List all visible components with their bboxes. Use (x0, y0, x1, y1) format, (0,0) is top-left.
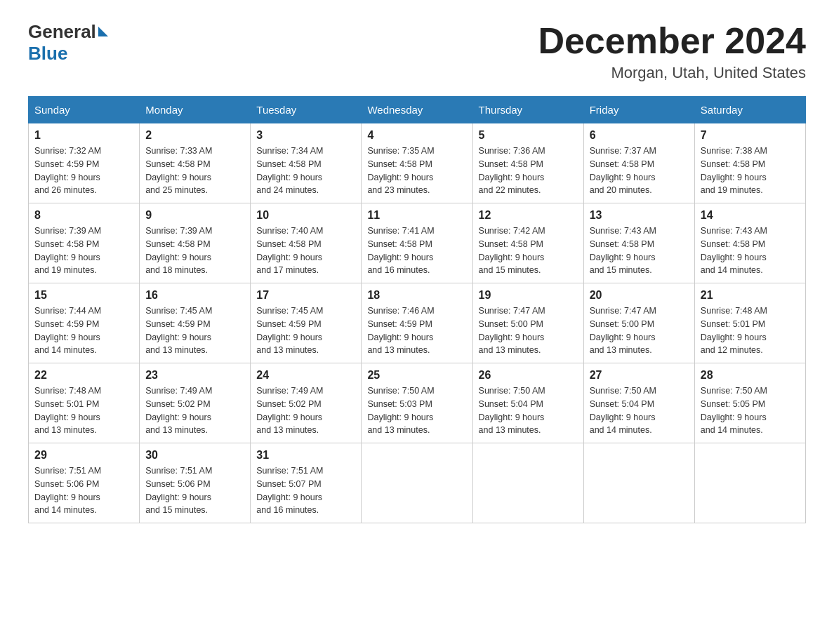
day-info: Sunrise: 7:37 AM Sunset: 4:58 PM Dayligh… (590, 145, 689, 197)
day-number: 27 (590, 369, 689, 382)
day-number: 31 (256, 449, 355, 462)
calendar-week-3: 15 Sunrise: 7:44 AM Sunset: 4:59 PM Dayl… (29, 283, 806, 363)
day-number: 20 (590, 289, 689, 302)
calendar-cell (362, 443, 472, 523)
day-info: Sunrise: 7:51 AM Sunset: 5:06 PM Dayligh… (34, 464, 133, 517)
day-number: 5 (479, 129, 578, 142)
calendar-subtitle: Morgan, Utah, United States (538, 64, 806, 82)
weekday-header-row: SundayMondayTuesdayWednesdayThursdayFrid… (29, 97, 806, 123)
day-info: Sunrise: 7:44 AM Sunset: 4:59 PM Dayligh… (34, 304, 133, 357)
day-number: 19 (479, 289, 578, 302)
day-info: Sunrise: 7:48 AM Sunset: 5:01 PM Dayligh… (701, 304, 800, 357)
calendar-cell (583, 443, 694, 523)
day-info: Sunrise: 7:47 AM Sunset: 5:00 PM Dayligh… (590, 304, 689, 357)
day-info: Sunrise: 7:46 AM Sunset: 4:59 PM Dayligh… (367, 304, 466, 357)
calendar-cell: 2 Sunrise: 7:33 AM Sunset: 4:58 PM Dayli… (140, 123, 251, 203)
calendar-cell: 20 Sunrise: 7:47 AM Sunset: 5:00 PM Dayl… (583, 283, 694, 363)
day-number: 1 (34, 129, 133, 142)
calendar-cell: 14 Sunrise: 7:43 AM Sunset: 4:58 PM Dayl… (694, 203, 805, 283)
calendar-cell: 21 Sunrise: 7:48 AM Sunset: 5:01 PM Dayl… (694, 283, 805, 363)
day-info: Sunrise: 7:50 AM Sunset: 5:04 PM Dayligh… (479, 384, 578, 437)
day-info: Sunrise: 7:42 AM Sunset: 4:58 PM Dayligh… (479, 224, 578, 277)
calendar-table: SundayMondayTuesdayWednesdayThursdayFrid… (28, 96, 806, 523)
calendar-cell: 1 Sunrise: 7:32 AM Sunset: 4:59 PM Dayli… (29, 123, 140, 203)
calendar-title: December 2024 (538, 21, 806, 61)
day-number: 22 (34, 369, 133, 382)
calendar-cell: 24 Sunrise: 7:49 AM Sunset: 5:02 PM Dayl… (251, 363, 362, 443)
day-info: Sunrise: 7:45 AM Sunset: 4:59 PM Dayligh… (256, 304, 355, 357)
day-number: 23 (145, 369, 244, 382)
day-number: 15 (34, 289, 133, 302)
calendar-week-4: 22 Sunrise: 7:48 AM Sunset: 5:01 PM Dayl… (29, 363, 806, 443)
weekday-header-saturday: Saturday (694, 97, 805, 123)
weekday-header-monday: Monday (140, 97, 251, 123)
day-number: 21 (701, 289, 800, 302)
calendar-cell: 7 Sunrise: 7:38 AM Sunset: 4:58 PM Dayli… (694, 123, 805, 203)
calendar-cell: 25 Sunrise: 7:50 AM Sunset: 5:03 PM Dayl… (362, 363, 472, 443)
day-number: 26 (479, 369, 578, 382)
header: General Blue December 2024 Morgan, Utah,… (28, 21, 806, 82)
day-info: Sunrise: 7:49 AM Sunset: 5:02 PM Dayligh… (145, 384, 244, 437)
day-number: 28 (701, 369, 800, 382)
day-number: 6 (590, 129, 689, 142)
calendar-cell: 10 Sunrise: 7:40 AM Sunset: 4:58 PM Dayl… (251, 203, 362, 283)
weekday-header-wednesday: Wednesday (362, 97, 472, 123)
calendar-cell: 26 Sunrise: 7:50 AM Sunset: 5:04 PM Dayl… (472, 363, 583, 443)
day-info: Sunrise: 7:34 AM Sunset: 4:58 PM Dayligh… (256, 145, 355, 197)
day-info: Sunrise: 7:33 AM Sunset: 4:58 PM Dayligh… (145, 145, 244, 197)
calendar-cell: 4 Sunrise: 7:35 AM Sunset: 4:58 PM Dayli… (362, 123, 472, 203)
day-info: Sunrise: 7:35 AM Sunset: 4:58 PM Dayligh… (367, 145, 466, 197)
day-info: Sunrise: 7:49 AM Sunset: 5:02 PM Dayligh… (256, 384, 355, 437)
day-info: Sunrise: 7:43 AM Sunset: 4:58 PM Dayligh… (590, 224, 689, 277)
calendar-cell (472, 443, 583, 523)
day-number: 10 (256, 209, 355, 222)
day-number: 8 (34, 209, 133, 222)
calendar-cell: 28 Sunrise: 7:50 AM Sunset: 5:05 PM Dayl… (694, 363, 805, 443)
calendar-cell: 13 Sunrise: 7:43 AM Sunset: 4:58 PM Dayl… (583, 203, 694, 283)
calendar-cell: 27 Sunrise: 7:50 AM Sunset: 5:04 PM Dayl… (583, 363, 694, 443)
calendar-cell: 30 Sunrise: 7:51 AM Sunset: 5:06 PM Dayl… (140, 443, 251, 523)
day-number: 29 (34, 449, 133, 462)
logo-chevron-icon (98, 27, 108, 36)
day-number: 12 (479, 209, 578, 222)
logo-general-text: General (28, 21, 96, 43)
day-info: Sunrise: 7:39 AM Sunset: 4:58 PM Dayligh… (34, 224, 133, 277)
calendar-cell: 3 Sunrise: 7:34 AM Sunset: 4:58 PM Dayli… (251, 123, 362, 203)
calendar-cell: 18 Sunrise: 7:46 AM Sunset: 4:59 PM Dayl… (362, 283, 472, 363)
calendar-cell: 11 Sunrise: 7:41 AM Sunset: 4:58 PM Dayl… (362, 203, 472, 283)
calendar-cell: 8 Sunrise: 7:39 AM Sunset: 4:58 PM Dayli… (29, 203, 140, 283)
weekday-header-friday: Friday (583, 97, 694, 123)
day-info: Sunrise: 7:47 AM Sunset: 5:00 PM Dayligh… (479, 304, 578, 357)
calendar-cell: 15 Sunrise: 7:44 AM Sunset: 4:59 PM Dayl… (29, 283, 140, 363)
day-info: Sunrise: 7:39 AM Sunset: 4:58 PM Dayligh… (145, 224, 244, 277)
day-info: Sunrise: 7:32 AM Sunset: 4:59 PM Dayligh… (34, 145, 133, 197)
calendar-cell: 12 Sunrise: 7:42 AM Sunset: 4:58 PM Dayl… (472, 203, 583, 283)
day-info: Sunrise: 7:51 AM Sunset: 5:07 PM Dayligh… (256, 464, 355, 517)
calendar-cell: 5 Sunrise: 7:36 AM Sunset: 4:58 PM Dayli… (472, 123, 583, 203)
calendar-cell: 22 Sunrise: 7:48 AM Sunset: 5:01 PM Dayl… (29, 363, 140, 443)
day-info: Sunrise: 7:45 AM Sunset: 4:59 PM Dayligh… (145, 304, 244, 357)
day-number: 30 (145, 449, 244, 462)
day-info: Sunrise: 7:36 AM Sunset: 4:58 PM Dayligh… (479, 145, 578, 197)
day-number: 7 (701, 129, 800, 142)
day-number: 25 (367, 369, 466, 382)
day-number: 11 (367, 209, 466, 222)
day-number: 3 (256, 129, 355, 142)
day-number: 13 (590, 209, 689, 222)
day-info: Sunrise: 7:41 AM Sunset: 4:58 PM Dayligh… (367, 224, 466, 277)
day-info: Sunrise: 7:51 AM Sunset: 5:06 PM Dayligh… (145, 464, 244, 517)
weekday-header-tuesday: Tuesday (251, 97, 362, 123)
logo: General Blue (28, 21, 108, 65)
day-number: 4 (367, 129, 466, 142)
calendar-cell (694, 443, 805, 523)
day-number: 17 (256, 289, 355, 302)
calendar-cell: 16 Sunrise: 7:45 AM Sunset: 4:59 PM Dayl… (140, 283, 251, 363)
calendar-cell: 23 Sunrise: 7:49 AM Sunset: 5:02 PM Dayl… (140, 363, 251, 443)
logo-blue-text: Blue (28, 43, 67, 64)
weekday-header-thursday: Thursday (472, 97, 583, 123)
day-info: Sunrise: 7:50 AM Sunset: 5:05 PM Dayligh… (701, 384, 800, 437)
day-number: 2 (145, 129, 244, 142)
calendar-cell: 17 Sunrise: 7:45 AM Sunset: 4:59 PM Dayl… (251, 283, 362, 363)
day-number: 9 (145, 209, 244, 222)
day-number: 24 (256, 369, 355, 382)
